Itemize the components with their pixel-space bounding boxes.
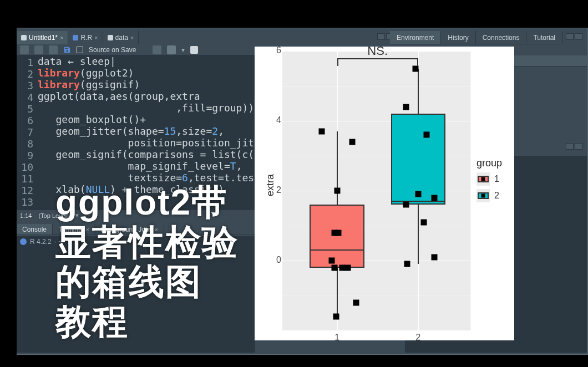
significance-label: NS.: [367, 44, 388, 58]
tab-history[interactable]: History: [441, 31, 475, 44]
minimize-icon[interactable]: [377, 33, 385, 40]
y-tick: 6: [273, 45, 281, 55]
back-icon[interactable]: [20, 45, 29, 54]
r-version: R 4.2.2: [30, 238, 52, 246]
close-icon[interactable]: ×: [130, 34, 134, 41]
code-tools-icon[interactable]: [167, 45, 176, 54]
x-tick: 2: [415, 333, 420, 343]
tab-label: Untitled1*: [29, 34, 58, 42]
cursor-position: 1:14: [20, 212, 32, 219]
plot-panel: extra group 1 2 024612NS.: [255, 47, 514, 340]
legend-item-2: 2: [477, 189, 512, 202]
forward-icon[interactable]: [34, 45, 43, 54]
editor-tab-strip: Untitled1* × R.R × data ×: [17, 31, 139, 44]
tab-environment[interactable]: Environment: [390, 31, 441, 44]
y-tick: 2: [273, 185, 281, 195]
minimize-icon[interactable]: [566, 33, 574, 40]
save-icon[interactable]: [63, 46, 71, 54]
plot-area: [282, 51, 471, 330]
dropdown-icon[interactable]: ▾: [181, 46, 185, 54]
maximize-icon[interactable]: [575, 33, 582, 40]
tab-label: R.R: [80, 34, 92, 42]
tutorial-title-overlay: ggplot2带 显著性检验 的箱线图 教程: [55, 183, 239, 342]
file-icon: [73, 35, 78, 40]
code-lines: data ← sleep|library(ggplot2)library(ggs…: [38, 55, 255, 195]
maximize-icon[interactable]: [575, 143, 582, 150]
file-icon: [108, 35, 113, 40]
tab-label: data: [115, 34, 128, 42]
minimize-icon[interactable]: [566, 143, 574, 150]
line-gutter: 12345678910111213: [17, 55, 37, 211]
source-on-save-label: Source on Save: [89, 46, 136, 54]
plot-legend: group 1 2: [477, 157, 512, 206]
tab-connections[interactable]: Connections: [476, 31, 527, 44]
right-pane-controls: [566, 33, 582, 40]
legend-item-1: 1: [477, 172, 512, 186]
right-pane-tabs: Environment History Connections Tutorial: [390, 31, 562, 44]
y-tick: 4: [273, 115, 281, 125]
tab-console[interactable]: Console: [17, 224, 53, 235]
close-icon[interactable]: ×: [94, 34, 98, 41]
editor-tab-data[interactable]: data ×: [103, 31, 139, 44]
find-icon[interactable]: [153, 45, 161, 54]
right-lower-pane-controls: [566, 143, 582, 150]
compile-icon[interactable]: [190, 46, 198, 54]
r-icon: [20, 238, 27, 245]
y-tick: 0: [273, 255, 281, 265]
file-icon: [21, 35, 27, 40]
editor-tab-untitled[interactable]: Untitled1* ×: [17, 31, 68, 44]
editor-tab-rr[interactable]: R.R ×: [68, 31, 103, 44]
legend-title: group: [477, 157, 512, 169]
tab-tutorial[interactable]: Tutorial: [526, 31, 562, 44]
x-tick: 1: [334, 333, 339, 343]
show-in-new-window-icon[interactable]: [49, 45, 58, 54]
source-on-save-checkbox[interactable]: [77, 47, 83, 53]
close-icon[interactable]: ×: [60, 34, 63, 41]
